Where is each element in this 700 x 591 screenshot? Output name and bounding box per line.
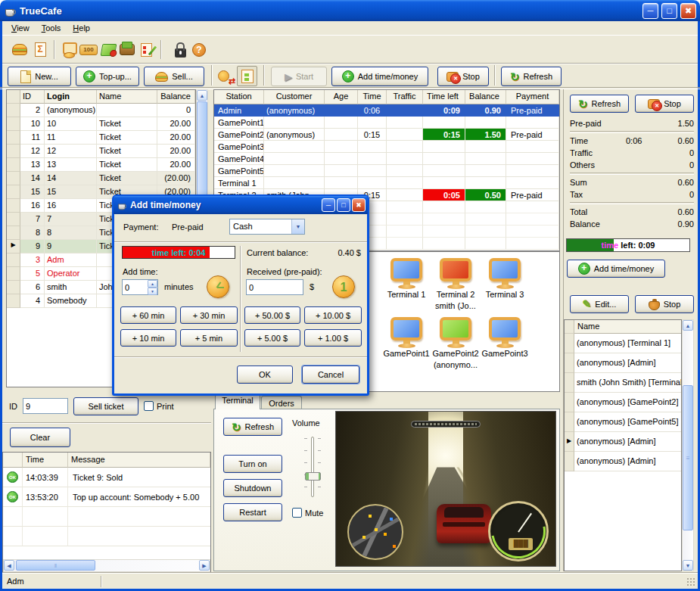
accounts-header-name[interactable]: Name bbox=[97, 90, 157, 104]
orders-toggle-button[interactable] bbox=[237, 66, 257, 86]
stations-header-age[interactable]: Age bbox=[325, 90, 358, 104]
refresh-button[interactable]: ↻Refresh bbox=[501, 67, 562, 86]
edit-settings-icon[interactable] bbox=[136, 40, 156, 59]
station-icon-terminal1[interactable]: Terminal 1 bbox=[380, 258, 433, 300]
station-row[interactable]: Terminal 1 bbox=[214, 177, 559, 189]
add-time-button-3[interactable]: + 10 min bbox=[120, 329, 176, 347]
topup-button[interactable]: +Top-up... bbox=[76, 67, 139, 86]
accounts-header-balance[interactable]: Balance bbox=[157, 90, 195, 104]
turn-on-button[interactable]: Turn on bbox=[223, 455, 282, 473]
menu-item-tools[interactable]: Tools bbox=[36, 22, 67, 34]
reports-icon[interactable]: Σ bbox=[30, 40, 50, 59]
account-row[interactable]: 1111Ticket20.00 bbox=[7, 131, 195, 145]
station-icon-terminal2[interactable]: Terminal 2smith (Jo... bbox=[429, 258, 482, 311]
log-header-message[interactable]: Message bbox=[68, 453, 210, 468]
add-time-money-button[interactable]: +Add time/money bbox=[331, 67, 428, 86]
stations-header-time[interactable]: Time bbox=[358, 90, 387, 104]
received-input[interactable] bbox=[246, 279, 303, 295]
stop-button[interactable]: Stop bbox=[437, 67, 489, 86]
add-time-button-4[interactable]: + 5 min bbox=[180, 329, 238, 347]
add-money-button-1[interactable]: + 50.00 $ bbox=[244, 306, 300, 324]
stations-header-balance[interactable]: Balance bbox=[465, 90, 506, 104]
start-button[interactable]: ▶Start bbox=[271, 67, 327, 86]
dialog-minimize-button[interactable]: ─ bbox=[322, 198, 335, 212]
station-icon-gamepoint2[interactable]: GamePoint2(anonymo... bbox=[429, 317, 482, 370]
tickets-icon[interactable] bbox=[98, 40, 118, 59]
stations-header-payment[interactable]: Payment bbox=[506, 90, 559, 104]
spin-down-button[interactable]: ▼ bbox=[148, 288, 157, 295]
scroll-thumb[interactable]: ≡ bbox=[683, 385, 693, 530]
scroll-thumb[interactable]: ‖ bbox=[16, 560, 95, 571]
account-row[interactable]: 1414Ticket(20.00) bbox=[7, 172, 195, 185]
add-time-button-2[interactable]: + 30 min bbox=[180, 306, 238, 324]
restart-button[interactable]: Restart bbox=[223, 503, 282, 521]
session-edit-button[interactable]: ✎Edit... bbox=[570, 295, 629, 313]
scroll-right-button[interactable]: ▶ bbox=[199, 560, 210, 571]
add-money-button-4[interactable]: + 1.00 $ bbox=[304, 329, 362, 347]
station-icon-gamepoint1[interactable]: GamePoint1 bbox=[380, 317, 433, 359]
station-money-icon[interactable] bbox=[59, 40, 79, 59]
station-row[interactable]: GamePoint4 bbox=[214, 153, 559, 165]
account-row[interactable]: 1010Ticket20.00 bbox=[7, 117, 195, 131]
scroll-down-button[interactable]: ▼ bbox=[683, 560, 693, 571]
account-row[interactable]: 1212Ticket20.00 bbox=[7, 145, 195, 158]
station-row[interactable]: GamePoint5 bbox=[214, 165, 559, 177]
billing-refresh-button[interactable]: ↻Refresh bbox=[570, 95, 629, 113]
shutdown-button[interactable]: Shutdown bbox=[223, 479, 282, 497]
station-icon-gamepoint3[interactable]: GamePoint3 bbox=[478, 317, 531, 359]
new-account-button[interactable]: New... bbox=[8, 67, 71, 86]
stations-header-station[interactable]: Station bbox=[214, 90, 264, 104]
sell-button[interactable]: Sell... bbox=[144, 67, 204, 86]
stations-header-customer[interactable]: Customer bbox=[264, 90, 325, 104]
tariff-100-icon[interactable]: 100 bbox=[79, 40, 98, 59]
stations-header-time-left[interactable]: Time left bbox=[423, 90, 465, 104]
session-row[interactable]: (anonymous) [Terminal 1] bbox=[565, 334, 681, 353]
scroll-up-button[interactable]: ▲ bbox=[683, 320, 693, 331]
billing-add-time-money-button[interactable]: +Add time/money bbox=[567, 260, 665, 278]
station-row[interactable]: GamePoint3 bbox=[214, 141, 559, 153]
payment-method-combobox[interactable]: Cash ▼ bbox=[229, 219, 305, 235]
tab-orders[interactable]: Orders bbox=[261, 396, 302, 409]
station-row[interactable]: Admin(anonymous)0:060:090.90Pre-paid bbox=[214, 104, 559, 117]
station-row[interactable]: GamePoint1 bbox=[214, 117, 559, 129]
mute-checkbox[interactable] bbox=[292, 508, 302, 518]
station-row[interactable]: GamePoint2(anonymous)0:150:151.50Pre-pai… bbox=[214, 129, 559, 141]
session-row[interactable]: smith (John Smith) [Terminal 2] bbox=[565, 373, 681, 393]
terminal-refresh-button[interactable]: ↻Refresh bbox=[223, 418, 282, 436]
menu-item-view[interactable]: View bbox=[5, 22, 36, 34]
help-icon[interactable]: ? bbox=[189, 40, 209, 59]
sessions-header-name[interactable]: Name bbox=[574, 320, 681, 334]
accounts-header-id[interactable]: ID bbox=[20, 90, 45, 104]
session-stop-button[interactable]: Stop bbox=[635, 295, 694, 313]
print-checkbox[interactable] bbox=[144, 401, 154, 411]
session-row[interactable]: (anonymous) [Admin] bbox=[565, 452, 681, 471]
add-time-button-1[interactable]: + 60 min bbox=[120, 306, 176, 324]
stations-header-traffic[interactable]: Traffic bbox=[387, 90, 423, 104]
session-row[interactable]: (anonymous) [GamePoint5] bbox=[565, 412, 681, 432]
volume-slider-thumb[interactable] bbox=[305, 472, 321, 481]
dialog-maximize-button[interactable]: □ bbox=[337, 198, 350, 212]
scroll-up-button[interactable]: ▲ bbox=[197, 90, 207, 101]
dialog-close-button[interactable]: ✖ bbox=[352, 198, 366, 212]
wallet-icon[interactable] bbox=[117, 40, 137, 59]
clear-log-button[interactable]: Clear bbox=[10, 428, 70, 447]
scroll-left-button[interactable]: ◀ bbox=[4, 560, 14, 571]
accounts-header-login[interactable]: Login bbox=[45, 90, 97, 104]
session-row[interactable]: ▶(anonymous) [Admin] bbox=[565, 432, 681, 452]
add-money-button-3[interactable]: + 5.00 $ bbox=[244, 329, 300, 347]
session-row[interactable]: (anonymous) [GamePoint2] bbox=[565, 393, 681, 412]
chevron-down-icon[interactable]: ▼ bbox=[291, 219, 304, 234]
log-header-time[interactable]: Time bbox=[23, 453, 68, 468]
cancel-button[interactable]: Cancel bbox=[302, 365, 359, 384]
menu-item-help[interactable]: Help bbox=[67, 22, 96, 34]
ticket-id-input[interactable] bbox=[23, 398, 68, 414]
station-icon-terminal3[interactable]: Terminal 3 bbox=[478, 258, 531, 300]
add-money-button-2[interactable]: + 10.00 $ bbox=[304, 306, 362, 324]
session-row[interactable]: (anonymous) [Admin] bbox=[565, 353, 681, 373]
spin-up-button[interactable]: ▲ bbox=[148, 280, 157, 288]
sell-ticket-button[interactable]: Sell ticket bbox=[73, 397, 138, 415]
account-row[interactable]: 2(anonymous)0 bbox=[7, 104, 195, 117]
billing-stop-button[interactable]: Stop bbox=[635, 95, 694, 113]
close-button[interactable]: ✖ bbox=[680, 3, 696, 19]
lock-icon[interactable] bbox=[170, 40, 190, 59]
